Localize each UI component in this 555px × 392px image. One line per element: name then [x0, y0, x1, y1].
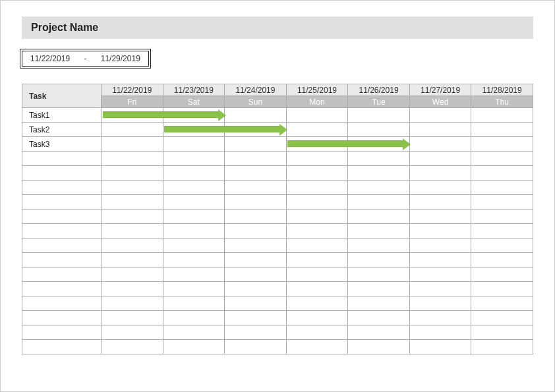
gantt-cell	[409, 267, 471, 282]
gantt-cell	[286, 137, 348, 152]
col-day: Wed	[409, 96, 471, 108]
gantt-cell	[225, 181, 287, 195]
task-name-cell	[22, 238, 102, 253]
gantt-cell	[102, 340, 163, 354]
gantt-cell	[286, 340, 348, 354]
gantt-cell	[409, 282, 471, 296]
gantt-cell	[163, 282, 225, 296]
gantt-cell	[163, 238, 225, 253]
gantt-cell	[409, 108, 471, 123]
task-name-cell	[22, 195, 102, 210]
gantt-cell	[225, 195, 287, 210]
task-name-cell: Task3	[22, 137, 102, 152]
gantt-cell	[286, 267, 348, 282]
project-title: Project Name	[31, 22, 98, 33]
gantt-cell	[348, 340, 410, 354]
gantt-cell	[163, 123, 225, 137]
gantt-cell	[286, 224, 348, 238]
gantt-cell	[163, 296, 225, 311]
gantt-cell	[102, 238, 163, 253]
table-row	[22, 340, 533, 354]
gantt-chart: Task 11/22/201911/23/201911/24/201911/25…	[22, 84, 533, 354]
col-day: Mon	[286, 96, 348, 108]
gantt-cell	[409, 166, 471, 181]
table-row	[22, 166, 533, 181]
col-date: 11/22/2019	[102, 84, 163, 96]
table-row: Task2	[22, 123, 533, 137]
gantt-cell	[225, 296, 287, 311]
gantt-cell	[471, 325, 533, 340]
task-name-cell: Task2	[22, 123, 102, 137]
gantt-cell	[286, 108, 348, 123]
gantt-cell	[163, 137, 225, 152]
gantt-cell	[225, 238, 287, 253]
gantt-cell	[225, 253, 287, 267]
gantt-cell	[471, 152, 533, 166]
gantt-cell	[102, 137, 163, 152]
gantt-cell	[225, 137, 287, 152]
table-row	[22, 325, 533, 340]
gantt-cell	[409, 253, 471, 267]
gantt-cell	[409, 210, 471, 224]
gantt-cell	[102, 195, 163, 210]
task-name-cell	[22, 181, 102, 195]
gantt-cell	[348, 325, 410, 340]
gantt-cell	[225, 267, 287, 282]
table-row	[22, 253, 533, 267]
gantt-cell	[409, 340, 471, 354]
gantt-cell	[286, 181, 348, 195]
gantt-cell	[163, 166, 225, 181]
gantt-cell	[286, 152, 348, 166]
task-name-cell	[22, 253, 102, 267]
gantt-cell	[286, 325, 348, 340]
gantt-cell	[348, 296, 410, 311]
gantt-cell	[102, 282, 163, 296]
task-name-cell	[22, 224, 102, 238]
gantt-cell	[471, 195, 533, 210]
table-row: Task3	[22, 137, 533, 152]
table-row	[22, 296, 533, 311]
gantt-cell	[471, 181, 533, 195]
task-name-cell	[22, 340, 102, 354]
gantt-cell	[102, 325, 163, 340]
gantt-cell	[163, 325, 225, 340]
gantt-cell	[471, 108, 533, 123]
gantt-cell	[348, 253, 410, 267]
gantt-cell	[348, 195, 410, 210]
col-day: Tue	[348, 96, 410, 108]
gantt-cell	[225, 166, 287, 181]
task-name-cell	[22, 152, 102, 166]
gantt-cell	[348, 311, 410, 325]
col-day: Fri	[102, 96, 163, 108]
gantt-cell	[286, 238, 348, 253]
table-row	[22, 210, 533, 224]
gantt-cell	[409, 137, 471, 152]
table-row	[22, 282, 533, 296]
gantt-cell	[102, 152, 163, 166]
gantt-cell	[286, 282, 348, 296]
gantt-cell	[225, 325, 287, 340]
gantt-cell	[286, 123, 348, 137]
gantt-cell	[163, 311, 225, 325]
gantt-cell	[163, 181, 225, 195]
gantt-cell	[163, 108, 225, 123]
col-date: 11/26/2019	[348, 84, 410, 96]
gantt-cell	[163, 253, 225, 267]
gantt-cell	[286, 311, 348, 325]
task-header: Task	[22, 84, 102, 108]
gantt-cell	[348, 152, 410, 166]
task-name-cell	[22, 325, 102, 340]
gantt-cell	[102, 311, 163, 325]
gantt-cell	[286, 210, 348, 224]
date-range-end: 11/29/2019	[101, 54, 140, 63]
gantt-cell	[102, 224, 163, 238]
date-range-box: 11/22/2019 - 11/29/2019	[22, 51, 149, 67]
gantt-cell	[471, 210, 533, 224]
project-title-bar: Project Name	[22, 16, 533, 39]
gantt-cell	[102, 267, 163, 282]
gantt-cell	[163, 340, 225, 354]
gantt-cell	[471, 267, 533, 282]
gantt-cell	[102, 123, 163, 137]
gantt-cell	[348, 238, 410, 253]
col-date: 11/27/2019	[409, 84, 471, 96]
